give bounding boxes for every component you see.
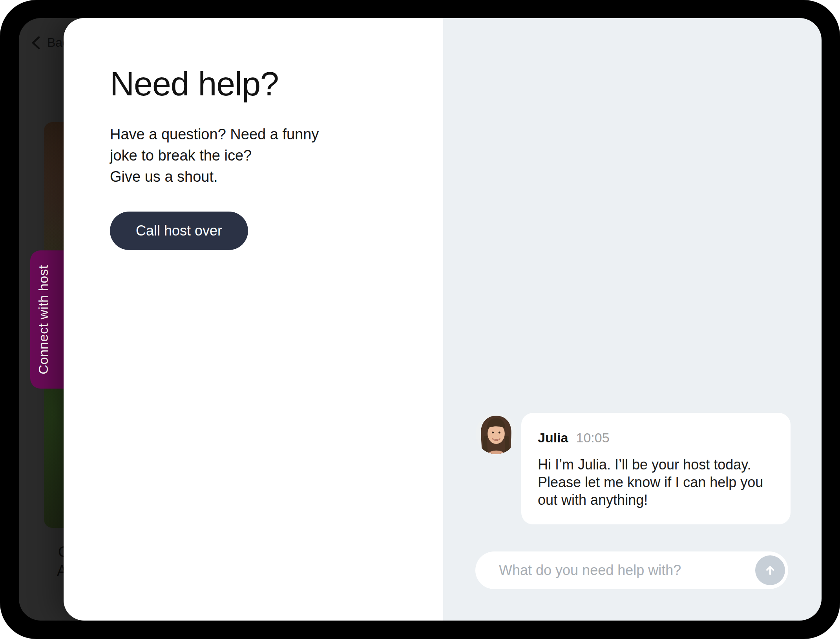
message-text: Hi I’m Julia. I’ll be your host today. P… xyxy=(538,456,775,509)
tablet-bezel: Back C A Connect with host Need help? Ha… xyxy=(0,0,840,639)
help-description: Have a question? Need a funny joke to br… xyxy=(110,124,443,187)
host-avatar xyxy=(476,413,517,454)
avatar-photo-julia xyxy=(476,413,517,454)
help-panel: Need help? Have a question? Need a funny… xyxy=(64,18,443,621)
chat-message-header: Julia 10:05 xyxy=(538,430,775,445)
send-button[interactable] xyxy=(755,555,785,585)
help-modal-sheet: Need help? Have a question? Need a funny… xyxy=(64,18,822,621)
help-title: Need help? xyxy=(110,64,443,103)
chevron-left-icon xyxy=(31,36,41,50)
chat-input[interactable] xyxy=(475,551,788,589)
tablet-screen: Back C A Connect with host Need help? Ha… xyxy=(19,18,822,621)
message-time: 10:05 xyxy=(576,430,609,445)
call-host-over-button[interactable]: Call host over xyxy=(110,212,248,250)
chat-input-row xyxy=(475,551,788,589)
call-host-over-label: Call host over xyxy=(136,223,222,239)
connect-with-host-label: Connect with host xyxy=(36,265,51,374)
arrow-up-icon xyxy=(762,562,778,578)
screenshot-canvas: Back C A Connect with host Need help? Ha… xyxy=(0,0,840,639)
chat-message-bubble: Julia 10:05 Hi I’m Julia. I’ll be your h… xyxy=(521,413,791,524)
chat-panel: Julia 10:05 Hi I’m Julia. I’ll be your h… xyxy=(443,18,822,621)
sender-name: Julia xyxy=(538,430,568,445)
